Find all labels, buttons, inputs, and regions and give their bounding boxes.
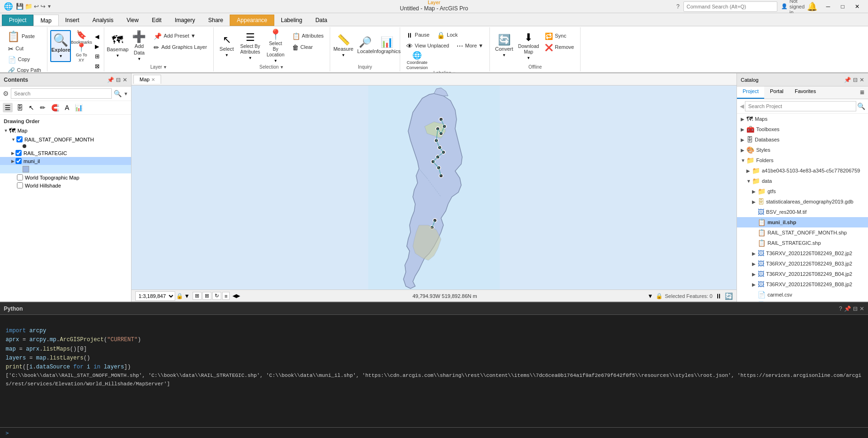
world-hillshade-checkbox[interactable] bbox=[17, 182, 23, 188]
convert-btn[interactable]: 🔄 Convert ▼ bbox=[493, 30, 515, 62]
tab-analysis[interactable]: Analysis bbox=[86, 15, 120, 26]
catalog-close-btn[interactable]: ✕ bbox=[860, 77, 864, 83]
select-by-attributes-btn[interactable]: ☰ Select ByAttributes ▼ bbox=[238, 30, 263, 62]
pause-btn[interactable]: ⏸ Pause bbox=[403, 30, 433, 40]
catalog-item-t36rxv-b04[interactable]: ▶ 🖼 T36RXV_20201226T082249_B04.jp2 bbox=[737, 269, 868, 279]
catalog-item-rail-stat-shp[interactable]: ▶ 📋 RAIL_STAT_ONOFF_MONTH.shp bbox=[737, 227, 868, 238]
catalog-item-bsv[interactable]: ▶ 🖼 BSV_res200-M.tif bbox=[737, 207, 868, 217]
list-by-labeling-btn[interactable]: A bbox=[63, 103, 71, 112]
list-by-drawing-order-btn[interactable]: ☰ bbox=[3, 103, 13, 112]
basemap-btn[interactable]: 🗺 Basemap ▼ bbox=[107, 30, 128, 62]
minimize-btn[interactable]: ─ bbox=[821, 1, 835, 12]
close-btn[interactable]: ✕ bbox=[850, 1, 864, 12]
lock-btn[interactable]: 🔒 Lock bbox=[434, 30, 461, 40]
catalog-item-databases[interactable]: ▶ 🗄 Databases bbox=[737, 134, 868, 145]
rotate-btn[interactable]: ↻ bbox=[212, 292, 221, 300]
user-account[interactable]: 👤 Not signed in 🔔 bbox=[781, 0, 817, 15]
scale-selector[interactable]: 1:3,189,847 🔒 ▼ bbox=[135, 291, 190, 301]
catalog-item-muni-shp[interactable]: ▶ 📋 muni_il.shp bbox=[737, 217, 868, 227]
list-by-charts-btn[interactable]: 📊 bbox=[73, 103, 85, 112]
catalog-item-toolboxes[interactable]: ▶ 🧰 Toolboxes bbox=[737, 124, 868, 134]
catalog-item-t36rxv-b02[interactable]: ▶ 🖼 T36RXV_20201226T082249_B02.jp2 bbox=[737, 248, 868, 258]
paste-btn[interactable]: 📋 Paste bbox=[5, 30, 37, 43]
sync-btn[interactable]: 🔁 Sync bbox=[542, 31, 577, 41]
zoom-full-btn[interactable]: ⊞ bbox=[92, 52, 101, 61]
contents-search-options-btn[interactable]: ▼ bbox=[124, 91, 128, 96]
add-data-btn[interactable]: ➕ Add Data ▼ bbox=[129, 30, 149, 62]
catalog-tab-favorites[interactable]: Favorites bbox=[789, 86, 822, 99]
layer-map[interactable]: ▼ 🗺 Map bbox=[0, 126, 131, 135]
cut-btn[interactable]: ✂ Cut bbox=[5, 44, 27, 54]
contents-close-btn[interactable]: ✕ bbox=[123, 77, 127, 83]
python-input[interactable] bbox=[12, 430, 862, 436]
forward-btn[interactable]: ▶ bbox=[92, 42, 101, 51]
attributes-btn[interactable]: 📋 Attributes bbox=[289, 31, 327, 41]
catalog-item-data-folder[interactable]: ▼ 📁 data bbox=[737, 176, 868, 186]
command-search[interactable] bbox=[683, 1, 777, 12]
more-labeling-btn[interactable]: ⋯ More ▼ bbox=[453, 41, 487, 51]
rail-strategic-checkbox[interactable] bbox=[16, 150, 22, 156]
tab-data[interactable]: Data bbox=[309, 15, 333, 26]
layer-rail-stat[interactable]: ▼ RAIL_STAT_ONOFF_MONTH bbox=[0, 135, 131, 143]
clear-btn[interactable]: 🗑 Clear bbox=[289, 42, 327, 53]
measure-btn[interactable]: 📏 Measure ▼ bbox=[333, 30, 354, 62]
catalog-tab-portal[interactable]: Portal bbox=[764, 86, 789, 99]
list-by-snapping-btn[interactable]: 🧲 bbox=[49, 103, 61, 112]
layer-rail-strategic[interactable]: ▶ RAIL_STRATEGIC bbox=[0, 149, 131, 157]
locate-btn[interactable]: 🔎 Locate bbox=[355, 30, 375, 62]
catalog-item-folders[interactable]: ▼ 📁 Folders bbox=[737, 155, 868, 165]
redo-btn[interactable]: ↪ bbox=[40, 3, 46, 10]
python-float-btn[interactable]: ⊟ bbox=[853, 305, 858, 312]
catalog-item-rail-strategic-shp[interactable]: ▶ 📋 RAIL_STRATEGIC.shp bbox=[737, 238, 868, 248]
layer-world-hillshade[interactable]: World Hillshade bbox=[0, 181, 131, 189]
catalog-item-t36rxv-b03[interactable]: ▶ 🖼 T36RXV_20201226T082249_B03.jp2 bbox=[737, 258, 868, 269]
tab-share[interactable]: Share bbox=[202, 15, 230, 26]
contents-pin-btn[interactable]: 📌 bbox=[107, 77, 114, 83]
open-btn[interactable]: 📁 bbox=[25, 3, 32, 10]
fixed-zoom-btn[interactable]: ⊠ bbox=[92, 62, 101, 71]
layer-toggle-btn[interactable]: ≡ bbox=[222, 292, 230, 300]
catalog-back-btn[interactable]: ◀ bbox=[740, 103, 744, 110]
add-preset-btn[interactable]: 📌 Add Preset ▼ bbox=[150, 31, 210, 41]
rail-stat-checkbox[interactable] bbox=[16, 136, 23, 142]
catalog-item-styles[interactable]: ▶ 🎨 Styles bbox=[737, 145, 868, 155]
save-btn[interactable]: 💾 bbox=[16, 3, 23, 10]
catalog-tab-project[interactable]: Project bbox=[737, 86, 764, 99]
contents-search-btn[interactable]: 🔍 bbox=[114, 90, 122, 97]
map-tab-close[interactable]: ✕ bbox=[151, 77, 155, 82]
copy-btn[interactable]: 📄 Copy bbox=[5, 55, 33, 65]
nav-arrows-btn[interactable]: ◀▶ bbox=[231, 292, 242, 300]
select-by-location-btn[interactable]: 📍 Select ByLocation ▼ bbox=[264, 30, 288, 62]
tab-labeling[interactable]: Labeling bbox=[274, 15, 309, 26]
tab-view[interactable]: View bbox=[120, 15, 145, 26]
qa-more-btn[interactable]: ▼ bbox=[47, 3, 52, 10]
list-by-source-btn[interactable]: 🗄 bbox=[15, 103, 25, 112]
list-by-editing-btn[interactable]: ✏ bbox=[38, 103, 47, 112]
world-topo-checkbox[interactable] bbox=[17, 174, 23, 180]
tab-appearance[interactable]: Appearance bbox=[230, 15, 274, 26]
contents-search-input[interactable] bbox=[11, 88, 112, 99]
scale-dropdown[interactable]: 1:3,189,847 bbox=[135, 291, 175, 301]
catalog-item-guid-folder[interactable]: ▶ 📁 a41be043-5103-4e83-a345-c5c778206759 bbox=[737, 165, 868, 176]
pause-refresh-btn[interactable]: ⏸ bbox=[715, 292, 722, 300]
scale-options-btn[interactable]: ▼ bbox=[184, 293, 190, 299]
view-unplaced-btn[interactable]: 👁 View Unplaced bbox=[403, 41, 452, 51]
scale-lock-btn[interactable]: 🔒 bbox=[176, 293, 183, 299]
download-map-btn[interactable]: ⬇ DownloadMap ▼ bbox=[516, 30, 541, 62]
layer-world-topo[interactable]: World Topographic Map bbox=[0, 173, 131, 181]
python-close-btn[interactable]: ✕ bbox=[860, 305, 864, 312]
catalog-search-btn[interactable]: 🔍 bbox=[857, 102, 865, 110]
list-by-selection-btn[interactable]: ↖ bbox=[27, 103, 36, 112]
tab-imagery[interactable]: Imagery bbox=[168, 15, 202, 26]
coords-options-btn[interactable]: ▼ bbox=[648, 293, 653, 299]
catalog-float-btn[interactable]: ⊟ bbox=[853, 77, 858, 83]
grid-toggle-btn[interactable]: ⊞ bbox=[202, 292, 211, 300]
go-to-xy-btn[interactable]: 📍 Go To XY bbox=[72, 46, 91, 61]
tab-edit[interactable]: Edit bbox=[145, 15, 168, 26]
refresh-btn[interactable]: 🔄 bbox=[725, 292, 733, 300]
tab-project[interactable]: Project bbox=[2, 15, 33, 26]
full-extent-btn[interactable]: ⊞ bbox=[193, 292, 202, 300]
help-btn[interactable]: ? bbox=[676, 3, 680, 10]
catalog-item-gtfs[interactable]: ▶ 📁 gtfs bbox=[737, 186, 868, 196]
contents-float-btn[interactable]: ⊟ bbox=[116, 77, 121, 83]
